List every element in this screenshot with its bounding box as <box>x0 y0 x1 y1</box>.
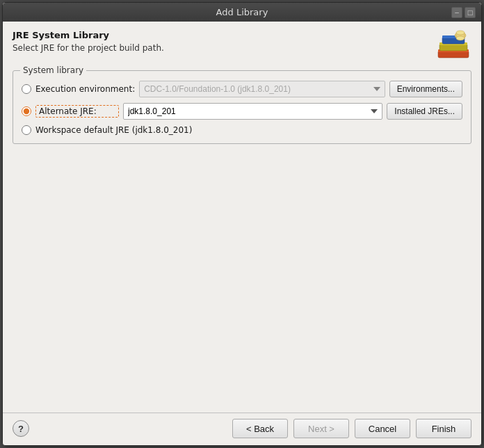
content-spacer <box>13 151 471 407</box>
page-title: JRE System Library <box>13 30 428 40</box>
header-text: JRE System Library Select JRE for the pr… <box>13 30 428 53</box>
main-content: JRE System Library Select JRE for the pr… <box>3 22 481 413</box>
svg-point-10 <box>456 36 465 40</box>
execution-env-row: Execution environment: CDC-1.0/Foundatio… <box>22 81 462 97</box>
footer: ? < Back Next > Cancel Finish <box>3 413 481 445</box>
finish-button[interactable]: Finish <box>416 419 471 438</box>
workspace-jre-row: Workspace default JRE (jdk1.8.0_201) <box>22 125 462 135</box>
titlebar: Add Library − □ <box>3 3 481 22</box>
group-legend: System library <box>20 65 86 75</box>
cancel-button[interactable]: Cancel <box>355 419 410 438</box>
maximize-button[interactable]: □ <box>465 7 476 18</box>
alternate-jre-row: Alternate JRE: jdk1.8.0_201 Installed JR… <box>22 103 462 120</box>
alt-jre-dropdown[interactable]: jdk1.8.0_201 <box>123 103 382 120</box>
help-button[interactable]: ? <box>13 420 29 437</box>
workspace-jre-label: Workspace default JRE (jdk1.8.0_201) <box>35 125 192 135</box>
dialog: Add Library − □ JRE System Library Selec… <box>2 2 482 446</box>
exec-env-label: Execution environment: <box>35 84 135 94</box>
exec-env-dropdown[interactable]: CDC-1.0/Foundation-1.0 (jdk1.8.0_201) <box>139 81 385 97</box>
dialog-title: Add Library <box>216 7 268 17</box>
workspace-jre-radio[interactable] <box>22 125 31 135</box>
installed-jres-button[interactable]: Installed JREs... <box>387 103 462 120</box>
page-subtitle: Select JRE for the project build path. <box>13 43 428 53</box>
exec-env-radio[interactable] <box>22 84 31 94</box>
back-button[interactable]: < Back <box>232 419 288 438</box>
svg-point-9 <box>456 31 465 35</box>
header-section: JRE System Library Select JRE for the pr… <box>13 30 471 62</box>
minimize-button[interactable]: − <box>451 7 462 18</box>
alt-jre-radio[interactable] <box>22 106 31 116</box>
library-icon <box>435 30 471 62</box>
titlebar-controls: − □ <box>451 7 476 18</box>
environments-button[interactable]: Environments... <box>389 81 462 97</box>
next-button[interactable]: Next > <box>293 419 349 438</box>
system-library-group: System library Execution environment: CD… <box>13 70 471 144</box>
alt-jre-label: Alternate JRE: <box>35 105 119 118</box>
